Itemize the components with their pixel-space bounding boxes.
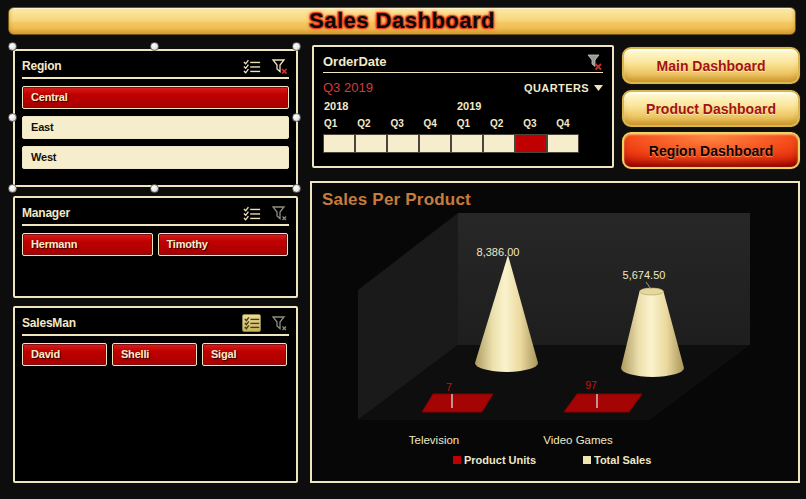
data-label-total-sales-television: 8,386.00: [477, 246, 520, 258]
selection-handle-bottom-left[interactable]: [8, 184, 17, 193]
multi-select-icon-glyph: [243, 59, 261, 74]
region-slicer-title: Region: [22, 59, 242, 73]
timeline-tile-q3-2018[interactable]: [388, 135, 418, 152]
page-title: Sales Dashboard: [309, 8, 495, 34]
timeline-year-row: 2018 2019: [323, 100, 603, 116]
data-label-total-sales-videogames: 5,674.50: [623, 269, 666, 281]
multi-select-icon-glyph: [244, 316, 260, 330]
timeline-tile-q4-2018[interactable]: [420, 135, 450, 152]
cone-top-cap: [640, 288, 664, 295]
timeline-tile-q2-2018[interactable]: [356, 135, 386, 152]
data-label-product-units-television: 7: [446, 381, 452, 393]
quarter-label: Q4: [424, 118, 457, 133]
funnel-x-icon: [271, 205, 288, 222]
selection-handle-top-center[interactable]: [150, 42, 159, 51]
multi-select-icon[interactable]: [242, 204, 261, 222]
sales-per-product-chart: Sales Per Product: [310, 181, 800, 483]
slicer-item-david[interactable]: David: [22, 343, 107, 366]
timeline-tile-q2-2019[interactable]: [484, 135, 514, 152]
region-slicer: Region: [13, 49, 298, 187]
legend-label-product-units[interactable]: Product Units: [464, 454, 536, 466]
region-dashboard-button[interactable]: Region Dashboard: [622, 132, 800, 169]
quarter-label: Q2: [490, 118, 523, 133]
clear-filter-icon-disabled[interactable]: [270, 204, 289, 222]
timeline-year-label: 2019: [457, 100, 481, 112]
selection-handle-mid-left[interactable]: [8, 113, 17, 122]
selection-handle-bottom-center[interactable]: [150, 184, 159, 193]
main-dashboard-button[interactable]: Main Dashboard: [622, 47, 800, 84]
multi-select-icon-active[interactable]: [242, 314, 261, 332]
manager-slicer-title: Manager: [22, 206, 242, 220]
slicer-separator: [22, 77, 289, 79]
quarter-label: Q3: [523, 118, 556, 133]
timeline-clear-filter-icon[interactable]: [584, 53, 603, 71]
quarter-label: Q4: [556, 118, 589, 133]
selection-handle-mid-right[interactable]: [292, 113, 301, 122]
selection-handle-bottom-right[interactable]: [292, 184, 301, 193]
clear-filter-icon-disabled[interactable]: [270, 314, 289, 332]
timeline-quarter-labels: Q1 Q2 Q3 Q4 Q1 Q2 Q3 Q4: [323, 118, 603, 133]
slicer-item-timothy[interactable]: Timothy: [158, 233, 289, 256]
funnel-x-icon: [271, 315, 288, 332]
timeline-tile-q4-2019[interactable]: [548, 135, 578, 152]
timeline-year-label: 2018: [324, 100, 348, 112]
multi-select-icon-glyph: [243, 206, 261, 221]
slicer-item-sigal[interactable]: Sigal: [202, 343, 287, 366]
quarter-label: Q1: [324, 118, 357, 133]
legend-swatch-product-units: [453, 456, 461, 464]
funnel-x-icon: [271, 58, 288, 75]
legend-label-total-sales[interactable]: Total Sales: [594, 454, 651, 466]
slicer-item-west[interactable]: West: [22, 146, 289, 169]
timeline-selection-label: Q3 2019: [323, 80, 524, 95]
timeline-tile-q1-2018[interactable]: [324, 135, 354, 152]
manager-slicer: Manager: [13, 196, 298, 298]
timeline-title: OrderDate: [323, 54, 584, 69]
legend-swatch-total-sales: [583, 456, 591, 464]
cone-chart-plot[interactable]: 8,386.00 5,674.50 7 97 Television Video …: [312, 183, 798, 481]
salesman-slicer-title: SalesMan: [22, 316, 242, 330]
quarter-label: Q2: [357, 118, 390, 133]
slicer-separator: [22, 334, 289, 336]
timeline-period-dropdown[interactable]: QUARTERS: [524, 82, 603, 94]
quarter-label: Q1: [457, 118, 490, 133]
slicer-item-hermann[interactable]: Hermann: [22, 233, 153, 256]
timeline-tile-strip: [323, 134, 579, 153]
selection-handle-top-left[interactable]: [8, 42, 17, 51]
timeline-tile-q3-2019[interactable]: [516, 135, 546, 152]
slicer-item-central[interactable]: Central: [22, 86, 289, 109]
timeline-separator: [323, 72, 603, 73]
orderdate-timeline: OrderDate Q3 2019 QUARTERS 2018 2019 Q1 …: [312, 45, 614, 168]
funnel-x-icon: [585, 53, 603, 71]
timeline-period-label: QUARTERS: [524, 82, 589, 94]
multi-select-icon[interactable]: [242, 57, 261, 75]
chevron-down-icon: [594, 85, 603, 91]
product-dashboard-button[interactable]: Product Dashboard: [622, 90, 800, 127]
dashboard-canvas: Sales Dashboard Region: [0, 0, 806, 499]
slicer-separator: [22, 224, 289, 226]
data-label-product-units-videogames: 97: [585, 379, 597, 391]
category-label-television: Television: [409, 434, 460, 446]
slicer-item-east[interactable]: East: [22, 116, 289, 139]
category-label-videogames: Video Games: [543, 434, 613, 446]
quarter-label: Q3: [390, 118, 423, 133]
marker-television-product-units[interactable]: [422, 394, 493, 412]
marker-videogames-product-units[interactable]: [564, 394, 642, 412]
slicer-item-shelli[interactable]: Shelli: [112, 343, 197, 366]
salesman-slicer: SalesMan: [13, 306, 298, 483]
timeline-tile-q1-2019[interactable]: [452, 135, 482, 152]
selection-handle-top-right[interactable]: [292, 42, 301, 51]
clear-filter-icon[interactable]: [270, 57, 289, 75]
chart-title: Sales Per Product: [322, 190, 471, 210]
dashboard-title-bar: Sales Dashboard: [8, 7, 796, 35]
